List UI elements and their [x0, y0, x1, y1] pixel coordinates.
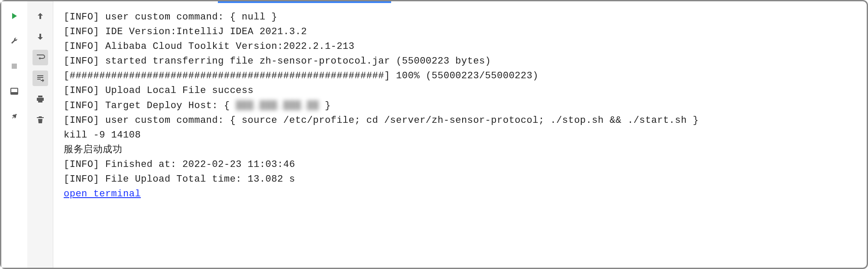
arrow-down-icon[interactable] [32, 29, 48, 45]
log-line: [INFO] File Upload Total time: 13.082 s [64, 172, 856, 187]
log-line: [#######################################… [64, 69, 856, 83]
log-line: [INFO] started transferring file zh-sens… [64, 54, 856, 69]
log-line: [INFO] IDE Version:IntelliJ IDEA 2021.3.… [64, 25, 856, 39]
svg-rect-2 [11, 92, 18, 94]
console-output[interactable]: [INFO] user custom command: { null } [IN… [53, 1, 867, 268]
console-panel: [INFO] user custom command: { null } [IN… [0, 0, 868, 269]
active-tab-indicator [218, 1, 391, 3]
layout-icon[interactable] [6, 83, 22, 99]
log-line: [INFO] user custom command: { null } [64, 10, 856, 25]
log-line: [INFO] Finished at: 2022-02-23 11:03:46 [64, 157, 856, 172]
log-line: kill -9 14108 [64, 128, 856, 143]
log-line: 服务启动成功 [64, 143, 856, 157]
masked-host: ███.███.███.██ [236, 100, 319, 111]
gutter-right [27, 1, 53, 268]
trash-icon[interactable] [32, 112, 48, 128]
run-icon[interactable] [6, 8, 22, 24]
pin-icon[interactable] [6, 109, 22, 124]
svg-rect-0 [12, 64, 17, 69]
log-line: [INFO] Upload Local File success [64, 83, 856, 98]
stop-icon [6, 58, 22, 74]
arrow-up-icon[interactable] [32, 8, 48, 24]
open-terminal-link[interactable]: open terminal [64, 189, 141, 199]
gutter-left [1, 1, 27, 268]
log-line: [INFO] Alibaba Cloud Toolkit Version:202… [64, 39, 856, 54]
scroll-to-end-icon[interactable] [32, 70, 48, 86]
log-line: [INFO] user custom command: { source /et… [64, 113, 856, 128]
print-icon[interactable] [32, 91, 48, 107]
log-line: [INFO] Target Deploy Host: { ███.███.███… [64, 99, 856, 113]
wrench-icon[interactable] [6, 33, 22, 49]
soft-wrap-icon[interactable] [32, 50, 48, 65]
